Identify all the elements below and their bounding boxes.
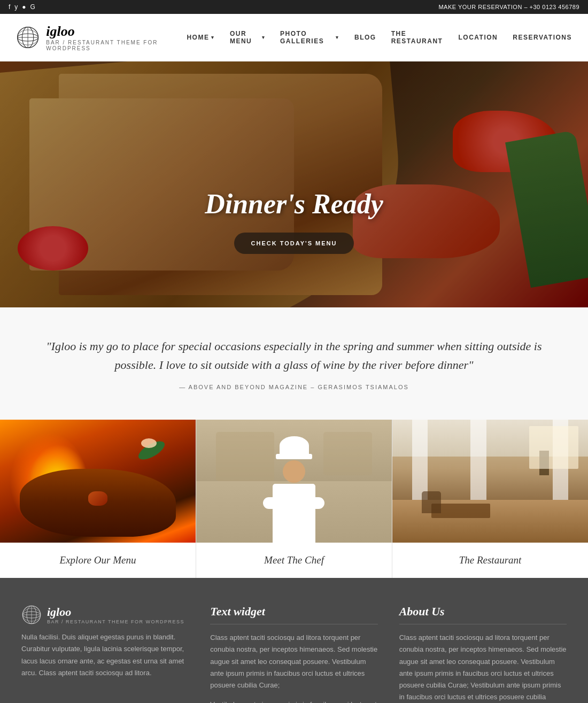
hero-cta-button[interactable]: CHECK TODAY'S MENU [234, 233, 354, 254]
card-explore-label: Explore Our Menu [0, 543, 196, 578]
cards-section: Explore Our Menu [0, 420, 588, 578]
hero-content: Dinner's Ready CHECK TODAY'S MENU [0, 188, 588, 254]
logo-globe-icon [16, 24, 40, 51]
footer-logo-text: igloo BAR / RESTAURANT THEME FOR WORDPRE… [47, 605, 184, 624]
logo-title[interactable]: igloo [46, 24, 187, 40]
footer-col-textwidget: Text widget Class aptent taciti sociosqu… [210, 605, 377, 703]
main-nav: HOME ▾ OUR MENU ▾ PHOTO GALLERIES ▾ BLOG… [187, 30, 572, 45]
hero-food-image [0, 61, 588, 307]
footer-textwidget-p1: Class aptent taciti sociosqu ad litora t… [210, 632, 377, 691]
footer: igloo BAR / RESTAURANT THEME FOR WORDPRE… [0, 578, 588, 703]
nav-menu-arrow: ▾ [262, 35, 266, 40]
logo-area: igloo BAR / RESTAURANT THEME FOR WORDPRE… [16, 24, 187, 51]
nav-galleries-arrow: ▾ [336, 35, 339, 40]
nav-our-menu[interactable]: OUR MENU ▾ [230, 30, 265, 45]
google-icon[interactable]: G [30, 3, 35, 11]
card-restaurant-label: The Restaurant [392, 543, 588, 578]
chair [422, 491, 442, 513]
nav-location[interactable]: LOCATION [459, 34, 498, 41]
logo-subtitle: BAR / RESTAURANT THEME FOR WORDPRESS [46, 40, 187, 51]
footer-logo-subtitle: BAR / RESTAURANT THEME FOR WORDPRESS [47, 619, 184, 624]
nav-home-arrow: ▾ [211, 35, 215, 40]
interior-bg [392, 420, 588, 543]
hero-section: Dinner's Ready CHECK TODAY'S MENU [0, 61, 588, 307]
nav-photo-galleries[interactable]: PHOTO GALLERIES ▾ [280, 30, 339, 45]
footer-globe-icon [21, 605, 42, 625]
logo-text: igloo BAR / RESTAURANT THEME FOR WORDPRE… [46, 24, 187, 51]
footer-col-brand: igloo BAR / RESTAURANT THEME FOR WORDPRE… [21, 605, 189, 703]
nav-home[interactable]: HOME ▾ [187, 34, 215, 41]
card-restaurant-image [392, 420, 588, 543]
twitter-icon[interactable]: y [14, 3, 18, 11]
footer-about-text: Nulla facilisi. Duis aliquet egestas pur… [21, 631, 189, 678]
footer-col-about: About Us Class aptent taciti sociosqu ad… [399, 605, 567, 703]
card-chef-label: Meet The Chef [196, 543, 392, 578]
nav-blog[interactable]: BLOG [354, 34, 376, 41]
footer-textwidget-p2: Vestibulum ante ipsum primis in faucibus… [210, 699, 377, 703]
facebook-icon[interactable]: f [9, 3, 10, 11]
card-meet-chef[interactable]: Meet The Chef [196, 420, 392, 578]
card-food-image [0, 420, 196, 543]
footer-aboutus-text: Class aptent taciti sociosqu ad litora t… [399, 632, 567, 703]
footer-logo-area: igloo BAR / RESTAURANT THEME FOR WORDPRE… [21, 605, 189, 625]
quote-attribution: — ABOVE AND BEYOND MAGAZINE – GERASIMOS … [43, 384, 545, 390]
footer-logo-title: igloo [47, 605, 184, 619]
nav-reservations[interactable]: RESERVATIONS [513, 34, 572, 41]
food-bg [0, 420, 196, 543]
card-chef-image [196, 420, 392, 543]
footer-aboutus-heading: About Us [399, 605, 567, 624]
top-bar: f y ● G MAKE YOUR RESERVATION – +30 0123… [0, 0, 588, 14]
quote-text: "Igloo is my go to place for special occ… [43, 337, 545, 374]
nav-the-restaurant[interactable]: THE RESTAURANT [391, 30, 444, 45]
card-explore-menu[interactable]: Explore Our Menu [0, 420, 196, 578]
header: igloo BAR / RESTAURANT THEME FOR WORDPRE… [0, 14, 588, 61]
card-restaurant[interactable]: The Restaurant [392, 420, 588, 578]
instagram-icon[interactable]: ● [22, 3, 26, 11]
hero-title: Dinner's Ready [0, 188, 588, 220]
footer-textwidget-heading: Text widget [210, 605, 377, 624]
social-icons: f y ● G [9, 3, 35, 11]
chef-bg [196, 420, 392, 543]
quote-section: "Igloo is my go to place for special occ… [0, 307, 588, 420]
reservation-text: MAKE YOUR RESERVATION – +30 0123 456789 [438, 4, 579, 10]
